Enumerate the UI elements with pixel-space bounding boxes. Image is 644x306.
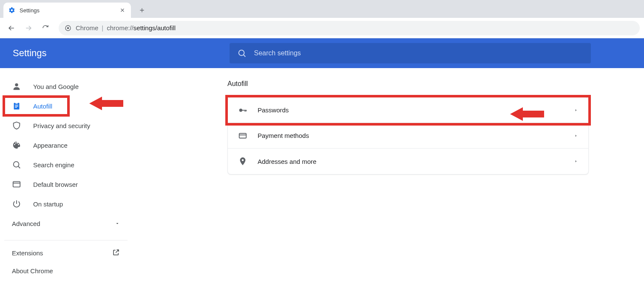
close-tab-icon[interactable] [119, 7, 126, 14]
section-title: Autofill [227, 80, 644, 88]
row-payment[interactable]: Payment methods [228, 123, 588, 149]
sidebar-divider [4, 240, 128, 240]
svg-marker-16 [89, 97, 123, 110]
gear-icon [9, 7, 15, 14]
settings-header: Settings [0, 38, 644, 68]
chrome-icon [65, 25, 71, 31]
search-icon [237, 49, 247, 58]
extensions-label: Extensions [12, 249, 43, 257]
location-pin-icon [238, 157, 247, 166]
browser-tab-settings[interactable]: Settings [3, 3, 131, 18]
sidebar-item-on-startup[interactable]: On startup [4, 195, 128, 213]
tab-title: Settings [20, 7, 119, 14]
chevron-right-icon [574, 106, 578, 114]
svg-rect-6 [15, 106, 18, 106]
sidebar-item-label: On startup [33, 200, 63, 208]
row-label: Payment methods [258, 132, 574, 139]
browser-icon [12, 180, 21, 189]
sidebar-item-privacy[interactable]: Privacy and security [4, 117, 128, 134]
autofill-card: Passwords Payment methods Addresses an [227, 97, 589, 174]
svg-rect-12 [245, 110, 246, 112]
reload-button[interactable] [38, 21, 53, 35]
svg-point-8 [14, 162, 19, 167]
sidebar-item-appearance[interactable]: Appearance [4, 136, 128, 154]
clipboard-icon [12, 101, 21, 111]
settings-main: Autofill Passwords Payment methods [132, 68, 644, 306]
svg-rect-9 [13, 182, 20, 187]
page-title: Settings [13, 48, 47, 59]
sidebar-item-label: Autofill [33, 103, 52, 110]
sidebar-item-about[interactable]: About Chrome [4, 262, 128, 280]
power-icon [12, 199, 21, 209]
url-text: Chrome | chrome://settings/autofill [76, 24, 176, 31]
sidebar-item-label: Search engine [33, 161, 74, 169]
shield-icon [12, 121, 21, 130]
external-link-icon [112, 249, 120, 257]
svg-point-10 [239, 109, 242, 112]
credit-card-icon [238, 131, 247, 140]
back-button[interactable] [4, 21, 19, 35]
forward-button[interactable] [21, 21, 36, 35]
svg-rect-11 [242, 110, 246, 111]
search-icon [12, 160, 21, 169]
browser-tab-strip: Settings [0, 0, 644, 18]
row-addresses[interactable]: Addresses and more [228, 149, 588, 174]
svg-rect-13 [246, 110, 247, 112]
svg-point-2 [238, 50, 244, 56]
svg-rect-14 [239, 133, 247, 138]
svg-point-1 [67, 27, 69, 29]
chevron-down-icon [115, 220, 120, 227]
svg-rect-4 [15, 102, 18, 104]
sidebar-item-you-and-google[interactable]: You and Google [4, 77, 128, 95]
chevron-right-icon [574, 157, 578, 165]
about-label: About Chrome [12, 267, 53, 275]
sidebar-item-autofill[interactable]: Autofill [4, 97, 68, 115]
row-label: Passwords [258, 106, 574, 114]
svg-rect-7 [15, 107, 17, 108]
key-icon [238, 106, 247, 115]
sidebar-item-extensions[interactable]: Extensions [4, 244, 128, 262]
sidebar-item-label: Default browser [33, 181, 78, 188]
chevron-right-icon [574, 132, 578, 140]
svg-point-3 [15, 83, 18, 86]
svg-rect-5 [15, 105, 18, 105]
browser-toolbar: Chrome | chrome://settings/autofill [0, 18, 644, 38]
person-icon [12, 82, 21, 91]
sidebar-item-label: Privacy and security [33, 122, 90, 129]
annotation-arrow [89, 95, 123, 112]
new-tab-button[interactable] [136, 4, 148, 16]
advanced-label: Advanced [12, 220, 40, 227]
palette-icon [12, 140, 21, 150]
sidebar-item-label: Appearance [33, 142, 68, 149]
search-settings-box[interactable] [230, 43, 591, 63]
sidebar-item-search-engine[interactable]: Search engine [4, 156, 128, 174]
sidebar-item-default-browser[interactable]: Default browser [4, 175, 128, 193]
address-bar[interactable]: Chrome | chrome://settings/autofill [59, 21, 640, 35]
sidebar-advanced-toggle[interactable]: Advanced [4, 214, 128, 232]
row-passwords[interactable]: Passwords [228, 97, 588, 123]
search-settings-input[interactable] [254, 49, 583, 57]
sidebar-item-label: You and Google [33, 83, 79, 90]
row-label: Addresses and more [258, 158, 574, 165]
